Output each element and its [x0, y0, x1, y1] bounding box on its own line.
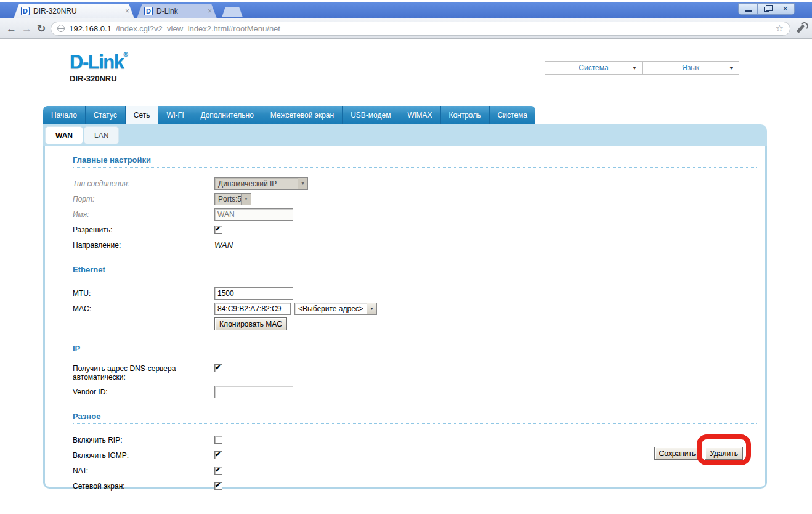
tab-usb-modem[interactable]: USB-модем — [343, 106, 399, 124]
main-nav-tabs: Начало Статус Сеть Wi-Fi Дополнительно М… — [43, 106, 535, 124]
check-icon: ✔ — [215, 466, 221, 474]
browser-tab-title: D-Link — [156, 7, 204, 15]
browser-toolbar: ← → ↻ 192.168.0.1 /index.cgi?v2_view=ind… — [0, 18, 812, 39]
check-icon: ✔ — [215, 451, 221, 459]
mac-input[interactable] — [214, 303, 291, 315]
tab-advanced[interactable]: Дополнительно — [192, 106, 262, 124]
browser-tab-active[interactable]: D DIR-320NRU × — [14, 4, 134, 18]
address-bar[interactable]: 192.168.0.1 /index.cgi?v2_view=index2.ht… — [51, 22, 790, 36]
port-select[interactable]: Ports:5 ▼ — [214, 193, 251, 205]
tab-control[interactable]: Контроль — [441, 106, 489, 124]
tab-firewall[interactable]: Межсетевой экран — [262, 106, 343, 124]
page-globe-icon — [57, 25, 65, 32]
firewall-checkbox[interactable]: ✔ — [214, 482, 222, 490]
tab-home[interactable]: Начало — [43, 106, 86, 124]
name-label: Имя: — [73, 210, 214, 219]
section-title: IP — [73, 335, 757, 356]
chevron-down-icon: ▼ — [729, 65, 734, 71]
browser-tab-inactive[interactable]: D D-Link × — [137, 4, 217, 18]
rip-checkbox[interactable]: ✔ — [214, 436, 222, 444]
save-button[interactable]: Сохранить — [654, 447, 701, 460]
system-menu-dropdown[interactable]: Система ▼ — [545, 62, 642, 74]
check-icon: ✔ — [215, 481, 221, 489]
dns-auto-checkbox[interactable]: ✔ — [214, 364, 222, 372]
settings-panel: Главные настройки Тип соединения: Динами… — [43, 146, 767, 489]
language-menu-label: Язык — [682, 63, 699, 72]
forward-button[interactable]: → — [22, 23, 32, 34]
subtab-wan[interactable]: WAN — [45, 126, 83, 144]
nat-checkbox[interactable]: ✔ — [214, 467, 222, 475]
bookmark-star-icon[interactable]: ☆ — [776, 23, 784, 34]
minimize-icon — [745, 10, 752, 12]
direction-value: WAN — [214, 240, 233, 250]
mac-address-select[interactable]: <Выберите адрес> ▼ — [294, 303, 377, 315]
section-title: Ethernet — [73, 256, 757, 277]
browser-tab-title: DIR-320NRU — [33, 7, 121, 15]
enable-label: Разрешить: — [73, 226, 214, 234]
check-icon: ✔ — [215, 225, 221, 233]
connection-type-select[interactable]: Динамический IP ▼ — [214, 177, 308, 190]
close-icon: ✕ — [782, 5, 788, 13]
delete-button[interactable]: Удалить — [705, 447, 743, 460]
dlink-favicon-icon: D — [21, 7, 30, 15]
chevron-down-icon: ▼ — [367, 303, 376, 314]
section-title: Разное — [73, 402, 757, 424]
section-title: Главные настройки — [73, 146, 757, 168]
brand-block: D-Link® DIR-320NRU — [70, 51, 127, 83]
subtab-lan[interactable]: LAN — [84, 126, 119, 144]
chevron-down-icon: ▼ — [298, 178, 307, 189]
back-button[interactable]: ← — [6, 23, 17, 34]
device-model: DIR-320NRU — [70, 74, 127, 83]
system-menu-label: Система — [579, 63, 608, 72]
tab-close-icon[interactable]: × — [125, 7, 129, 15]
check-icon: ✔ — [215, 364, 221, 372]
url-host: 192.168.0.1 — [69, 24, 112, 33]
registered-mark: ® — [123, 51, 127, 58]
chevron-down-icon: ▼ — [241, 194, 251, 205]
minimize-button[interactable] — [739, 4, 757, 14]
dlink-logo: D-Link® — [70, 51, 127, 73]
mac-label: MAC: — [73, 304, 214, 313]
port-label: Порт: — [73, 195, 214, 203]
dlink-favicon-icon: D — [144, 7, 153, 15]
mtu-label: MTU: — [73, 289, 214, 298]
section-main-settings: Главные настройки Тип соединения: Динами… — [73, 146, 757, 256]
tab-network[interactable]: Сеть — [126, 106, 159, 124]
browser-tabstrip: D DIR-320NRU × D D-Link × ✕ — [0, 2, 812, 18]
vendor-id-input[interactable] — [214, 386, 293, 398]
language-menu-dropdown[interactable]: Язык ▼ — [642, 62, 739, 74]
igmp-checkbox[interactable]: ✔ — [214, 451, 222, 459]
url-path: /index.cgi?v2_view=index2.html#rootMenu/… — [116, 24, 280, 33]
enable-checkbox[interactable]: ✔ — [214, 226, 222, 234]
restore-button[interactable] — [757, 4, 776, 14]
section-ethernet: Ethernet MTU: MAC: <Выберите адрес> ▼ — [73, 256, 757, 335]
tab-status[interactable]: Статус — [86, 106, 126, 124]
tab-close-icon[interactable]: × — [208, 7, 212, 15]
new-tab-button[interactable] — [222, 7, 243, 17]
rip-label: Включить RIP: — [73, 436, 214, 444]
section-ip: IP Получить адрес DNS-сервера автоматиче… — [73, 335, 757, 402]
name-input[interactable] — [214, 208, 293, 221]
direction-label: Направление: — [73, 241, 214, 250]
tab-system[interactable]: Система — [490, 106, 535, 124]
connection-type-label: Тип соединения: — [73, 179, 214, 188]
wrench-menu-icon[interactable] — [797, 24, 805, 33]
top-menus: Система ▼ Язык ▼ — [545, 61, 739, 75]
chevron-down-icon: ▼ — [632, 65, 637, 71]
subtab-bar: WAN LAN — [43, 124, 767, 146]
igmp-label: Включить IGMP: — [73, 451, 214, 460]
mtu-input[interactable] — [214, 287, 293, 300]
reload-button[interactable]: ↻ — [37, 23, 46, 34]
tab-wifi[interactable]: Wi-Fi — [158, 106, 192, 124]
firewall-label: Сетевой экран: — [73, 482, 214, 491]
close-button[interactable]: ✕ — [776, 4, 794, 14]
tab-wimax[interactable]: WiMAX — [399, 106, 441, 124]
action-buttons: Сохранить Удалить — [654, 447, 743, 460]
restore-icon — [764, 7, 769, 12]
dns-auto-label: Получить адрес DNS-сервера автоматически… — [73, 364, 214, 381]
window-controls: ✕ — [738, 3, 795, 15]
clone-mac-button[interactable]: Клонировать MAC — [214, 317, 287, 330]
router-admin-page: D-Link® DIR-320NRU Система ▼ Язык ▼ Нача… — [0, 39, 812, 514]
nat-label: NAT: — [73, 467, 214, 475]
vendor-id-label: Vendor ID: — [73, 388, 214, 396]
